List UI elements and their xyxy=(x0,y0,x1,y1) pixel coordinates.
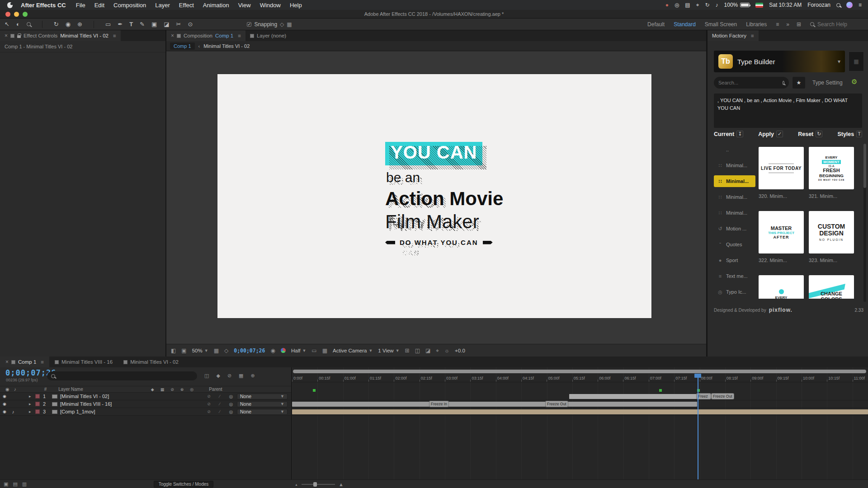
layer-marker[interactable]: Freez xyxy=(697,394,711,399)
expand-layers-icon[interactable]: ▣ xyxy=(4,481,8,487)
layer-tab[interactable]: Layer (none) xyxy=(245,30,291,41)
action-button[interactable]: Apply ✓ xyxy=(758,131,783,137)
layer-name[interactable]: [Minimal Titles VIII - 16] xyxy=(60,401,203,407)
category-item[interactable]: ◎ Typo Ic... xyxy=(714,286,755,298)
workspace-menu-icon[interactable]: ≡ xyxy=(773,21,782,28)
zoom-slider[interactable] xyxy=(302,484,335,485)
mask-visibility-icon[interactable]: ◇ xyxy=(224,347,228,354)
motion-factory-tab[interactable]: Motion Factory ≡ xyxy=(708,30,759,41)
menubar-clock[interactable]: Sat 10:32 AM xyxy=(769,2,802,8)
panel-menu-icon[interactable]: ≡ xyxy=(238,33,241,38)
visibility-eye-icon[interactable]: ◉ xyxy=(0,402,9,406)
volume-icon[interactable]: ♪ xyxy=(716,2,718,8)
exposure-value[interactable]: +0.0 xyxy=(455,348,465,353)
category-item[interactable]: ≡ Text me... xyxy=(714,270,755,282)
panel-menu-icon[interactable]: ≡ xyxy=(41,359,44,365)
workspace-item[interactable]: Small Screen xyxy=(700,21,741,28)
workspace-item[interactable]: Standard xyxy=(669,21,700,28)
effect-controls-tab[interactable]: × Effect Controls Minimal Titles VI - 02… xyxy=(0,30,121,41)
transparency-grid-icon[interactable]: ▦ xyxy=(322,347,327,354)
parent-pickwhip-icon[interactable]: ◎ xyxy=(225,402,237,407)
puppet-pin-tool-icon[interactable]: ⊙ xyxy=(188,21,193,28)
timeline-search-input[interactable] xyxy=(58,373,193,379)
channels-icon[interactable] xyxy=(281,348,286,353)
timeline-tab[interactable]: × Minimal Titles VI - 02 ≡ xyxy=(118,357,184,367)
battery-status[interactable]: 100% xyxy=(724,2,750,8)
template-cell[interactable]: LIVE FOR TODAY 320. Minim... xyxy=(759,147,804,211)
category-item[interactable]: ● Sport xyxy=(714,254,755,266)
label-color-chip[interactable] xyxy=(35,394,40,399)
composition-tab[interactable]: × Composition Comp 1 ≡ xyxy=(166,30,245,41)
snapping-checkbox[interactable]: ✓ xyxy=(247,22,251,27)
snap-grid-icon[interactable]: ▦ xyxy=(287,21,292,28)
shy-switch-icon[interactable]: ⊘ xyxy=(203,394,214,399)
selection-tool-icon[interactable]: ↖ xyxy=(5,21,9,28)
brush-tool-icon[interactable]: ✎ xyxy=(140,21,145,28)
comp-marker-icon[interactable] xyxy=(659,389,662,392)
snapshot-icon[interactable]: ◉ xyxy=(270,347,275,354)
category-item[interactable]: ∷ Minimal... xyxy=(714,160,755,171)
favorites-button[interactable]: ★ xyxy=(793,77,805,89)
composition-canvas[interactable]: YOU CAN be an Action Movie Film Maker DO… xyxy=(217,74,651,318)
eraser-tool-icon[interactable]: ◪ xyxy=(164,21,169,28)
help-search-input[interactable] xyxy=(817,21,861,28)
zoom-window-button[interactable] xyxy=(23,12,28,17)
type-preview-text[interactable]: , YOU CAN , be an , Action Movie , Film … xyxy=(714,94,862,128)
resolution-select[interactable]: Half ▼ xyxy=(291,348,306,353)
template-card-partial-right[interactable]: CHANGE COLORS xyxy=(809,275,854,299)
menu-item[interactable]: Help xyxy=(285,2,307,9)
layer-row[interactable]: ◉ ▸ 1 [Minimal Titles VI - 02] ⊘ ∕ ◎ Non… xyxy=(0,393,291,400)
layer-duration-bar[interactable] xyxy=(292,409,868,414)
zoom-slider-thumb[interactable] xyxy=(313,482,317,487)
expand-transfer-icon[interactable]: ▥ xyxy=(22,481,27,487)
circle-status-icon[interactable]: ◎ xyxy=(675,2,679,8)
help-search[interactable] xyxy=(810,21,861,28)
flowchart-icon[interactable]: ⌖ xyxy=(436,347,439,354)
workspace-item[interactable]: Libraries xyxy=(741,21,771,28)
category-item[interactable]: ∷ Minimal... xyxy=(714,191,755,203)
close-panel-icon[interactable]: × xyxy=(5,33,8,39)
category-item[interactable]: ∷ Minimal... xyxy=(714,207,755,219)
template-search-input[interactable] xyxy=(718,80,783,85)
menu-item[interactable]: Layer xyxy=(151,2,175,9)
minimize-window-button[interactable] xyxy=(14,12,19,17)
region-of-interest-icon[interactable]: ▭ xyxy=(311,347,316,354)
comp-marker-icon[interactable] xyxy=(313,389,316,392)
layer-name[interactable]: [Comp 1_1mov] xyxy=(60,409,203,414)
video-column-icon[interactable]: ◉ xyxy=(5,387,9,392)
parent-column[interactable]: Parent xyxy=(209,387,222,392)
layer-marker[interactable]: Freeze Out xyxy=(546,401,568,407)
template-cell[interactable]: MASTER THIS PROJECT AFTER 322. Minim... xyxy=(759,211,804,275)
expand-arrow-icon[interactable]: ▸ xyxy=(29,402,35,406)
category-item[interactable]: .. xyxy=(714,144,755,155)
preview-timecode[interactable]: 0;00;07;26 xyxy=(234,347,265,354)
scrollbar-thumb[interactable] xyxy=(863,144,866,188)
shy-switch-icon[interactable]: ⊘ xyxy=(203,402,214,406)
spotlight-icon[interactable] xyxy=(836,3,840,7)
chevron-down-icon[interactable]: ▾ xyxy=(838,58,840,65)
expand-arrow-icon[interactable]: ▸ xyxy=(29,394,35,399)
quality-switch-icon[interactable]: ∕ xyxy=(214,409,225,414)
panel-scrollbar[interactable] xyxy=(863,144,866,302)
playhead[interactable] xyxy=(698,375,698,479)
timeline-tab[interactable]: × Comp 1 ≡ xyxy=(0,357,49,367)
dashboard-thumbnail[interactable]: ▦ xyxy=(849,52,864,71)
settings-wrench-icon[interactable]: ⚙ xyxy=(851,78,857,86)
parent-pickwhip-icon[interactable]: ◎ xyxy=(225,409,237,414)
track-area[interactable]: 0:00f00:15f01:00f01:15f02:00f02:15f03:00… xyxy=(292,367,868,479)
panel-menu-icon[interactable]: ≡ xyxy=(113,33,116,38)
close-panel-icon[interactable]: × xyxy=(5,359,9,365)
frame-blending-icon[interactable]: ▦ xyxy=(239,373,243,379)
record-icon[interactable]: ● xyxy=(665,2,669,8)
workspace-item[interactable]: Default xyxy=(643,21,669,28)
category-item[interactable]: “ Quotes xyxy=(714,239,755,250)
breadcrumb-comp[interactable]: Comp 1 xyxy=(170,42,195,50)
timeline-tab[interactable]: × Minimal Titles VIII - 16 ≡ xyxy=(49,357,118,367)
menu-item[interactable]: View xyxy=(234,2,255,9)
roto-brush-tool-icon[interactable]: ✂ xyxy=(176,21,181,28)
magnification-select[interactable]: 50% ▼ xyxy=(192,348,208,353)
audio-column-icon[interactable]: ♪ xyxy=(14,387,16,392)
template-card-partial-left[interactable]: EVERY MOMENT xyxy=(759,275,804,299)
camera-tool-icon[interactable]: ◉ xyxy=(66,21,71,28)
label-color-chip[interactable] xyxy=(35,409,40,414)
